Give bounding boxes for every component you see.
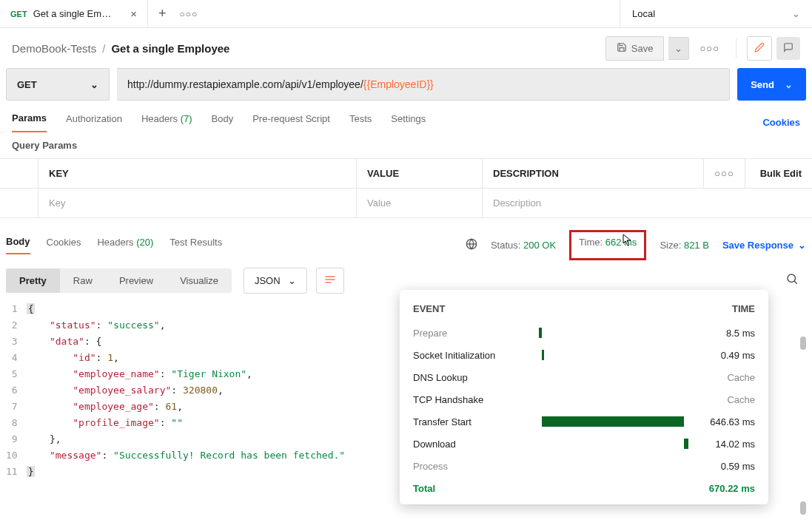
- timing-event: Process: [413, 461, 539, 472]
- resp-tab-test-results[interactable]: Test Results: [170, 237, 222, 254]
- chevron-down-icon: ⌄: [90, 79, 98, 90]
- pencil-icon: [754, 44, 765, 55]
- view-raw[interactable]: Raw: [60, 268, 106, 293]
- timing-row: DNS LookupCache: [413, 366, 755, 388]
- scrollbar-thumb[interactable]: [800, 336, 806, 350]
- url-base: http://dummy.restapiexample.com/api/v1/e…: [127, 78, 363, 90]
- timing-bar: [539, 461, 688, 471]
- timing-event: Prepare: [413, 328, 539, 339]
- timing-bar: [539, 394, 688, 405]
- tabs-bar: GET Get a single Emplo... × + ○○○ Local …: [0, 0, 812, 28]
- params-value-col: VALUE: [357, 159, 483, 189]
- method-value: GET: [17, 79, 37, 90]
- breadcrumb: DemoBook-Tests / Get a single Employee: [12, 42, 229, 55]
- chevron-down-icon: ⌄: [785, 79, 793, 90]
- resp-tab-cookies[interactable]: Cookies: [47, 237, 81, 254]
- query-params-table: KEY VALUE DESCRIPTION ○○○ Bulk Edit Key …: [0, 158, 812, 218]
- send-label: Send: [751, 79, 774, 90]
- cursor-icon: [622, 234, 634, 249]
- tab-params[interactable]: Params: [12, 112, 47, 132]
- timing-bar: [539, 372, 688, 382]
- size-block[interactable]: Size: 821 B: [660, 240, 709, 251]
- plus-icon[interactable]: +: [158, 6, 167, 21]
- url-input[interactable]: http://dummy.restapiexample.com/api/v1/e…: [117, 68, 730, 101]
- view-pretty[interactable]: Pretty: [6, 268, 60, 293]
- save-dropdown[interactable]: ⌄: [668, 37, 689, 60]
- response-bar: Body Cookies Headers (20) Test Results S…: [0, 218, 812, 260]
- tab-body[interactable]: Body: [212, 113, 234, 132]
- resp-tab-body[interactable]: Body: [6, 236, 30, 254]
- timing-value: 0.49 ms: [688, 350, 755, 361]
- timing-head-time: TIME: [732, 303, 755, 314]
- more-options-button[interactable]: ○○○: [694, 38, 725, 59]
- response-meta: Status: 200 OK Time: 662 ms Size: 821 B …: [466, 230, 806, 260]
- param-desc-input[interactable]: Description: [483, 189, 812, 218]
- wrap-lines-button[interactable]: [316, 268, 344, 294]
- timing-row: Download14.02 ms: [413, 433, 755, 455]
- param-key-input[interactable]: Key: [38, 189, 357, 218]
- tab-tests[interactable]: Tests: [349, 113, 372, 132]
- save-response-button[interactable]: Save Response ⌄: [722, 240, 806, 251]
- tab-title: Get a single Emplo...: [33, 8, 115, 19]
- params-more-button[interactable]: ○○○: [704, 159, 745, 189]
- time-block[interactable]: Time: 662 ms: [569, 230, 646, 260]
- resp-tab-headers[interactable]: Headers (20): [97, 237, 153, 254]
- svg-line-6: [794, 281, 797, 284]
- timing-value: 0.59 ms: [688, 461, 755, 472]
- url-row: GET ⌄ http://dummy.restapiexample.com/ap…: [0, 68, 812, 101]
- search-button[interactable]: [778, 268, 806, 294]
- edit-button[interactable]: [747, 36, 772, 61]
- param-checkbox[interactable]: [0, 189, 38, 218]
- params-header: KEY VALUE DESCRIPTION ○○○ Bulk Edit: [0, 159, 812, 189]
- globe-icon[interactable]: [466, 238, 477, 252]
- bulk-edit-button[interactable]: Bulk Edit: [745, 159, 812, 189]
- more-icon[interactable]: ○○○: [180, 9, 198, 19]
- save-label: Save: [631, 43, 654, 54]
- tab-headers[interactable]: Headers (7): [141, 113, 192, 132]
- breadcrumb-collection[interactable]: DemoBook-Tests: [12, 42, 96, 55]
- save-button[interactable]: Save: [605, 36, 665, 61]
- comment-button[interactable]: [776, 37, 800, 60]
- timing-total-label: Total: [413, 483, 435, 494]
- tab-actions: + ○○○: [148, 0, 208, 27]
- timing-value: Cache: [688, 394, 755, 405]
- request-tabs: Params Authorization Headers (7) Body Pr…: [0, 101, 812, 132]
- params-empty-row: Key Value Description: [0, 189, 812, 218]
- status-block[interactable]: Status: 200 OK: [491, 240, 556, 251]
- close-icon[interactable]: ×: [130, 7, 137, 20]
- tab-headers-count: (7): [181, 113, 192, 124]
- tab-authorization[interactable]: Authorization: [66, 113, 122, 132]
- timing-bar: [539, 416, 688, 427]
- view-visualize[interactable]: Visualize: [167, 268, 232, 293]
- timing-event: Socket Initialization: [413, 350, 539, 361]
- tab-settings[interactable]: Settings: [391, 113, 426, 132]
- timing-row: Transfer Start646.63 ms: [413, 410, 755, 433]
- chevron-down-icon: ⌄: [674, 43, 682, 54]
- breadcrumb-request: Get a single Employee: [111, 42, 229, 55]
- params-checkbox-col: [0, 159, 38, 189]
- resp-headers-label: Headers: [97, 237, 133, 248]
- format-value: JSON: [255, 275, 281, 286]
- tab-headers-label: Headers: [141, 113, 178, 124]
- cookies-link[interactable]: Cookies: [762, 117, 800, 128]
- format-selector[interactable]: JSON ⌄: [244, 268, 307, 294]
- param-value-input[interactable]: Value: [357, 189, 483, 218]
- chevron-down-icon: ⌄: [798, 240, 806, 251]
- comment-icon: [783, 44, 793, 55]
- view-preview[interactable]: Preview: [106, 268, 167, 293]
- timing-event: DNS Lookup: [413, 372, 539, 383]
- timing-value: 646.63 ms: [688, 416, 755, 427]
- request-tab[interactable]: GET Get a single Emplo... ×: [0, 0, 148, 27]
- tab-prerequest[interactable]: Pre-request Script: [252, 113, 330, 132]
- timing-row: TCP HandshakeCache: [413, 388, 755, 410]
- timing-row: Process0.59 ms: [413, 455, 755, 477]
- chevron-down-icon: ⌄: [792, 8, 800, 19]
- timing-bar: [539, 350, 688, 360]
- method-selector[interactable]: GET ⌄: [6, 68, 110, 101]
- environment-selector[interactable]: Local ⌄: [620, 0, 812, 27]
- params-key-col: KEY: [38, 159, 357, 189]
- send-button[interactable]: Send ⌄: [737, 68, 806, 101]
- timing-total-value: 670.22 ms: [709, 483, 755, 494]
- scrollbar-thumb[interactable]: [800, 501, 806, 515]
- timing-value: Cache: [688, 372, 755, 383]
